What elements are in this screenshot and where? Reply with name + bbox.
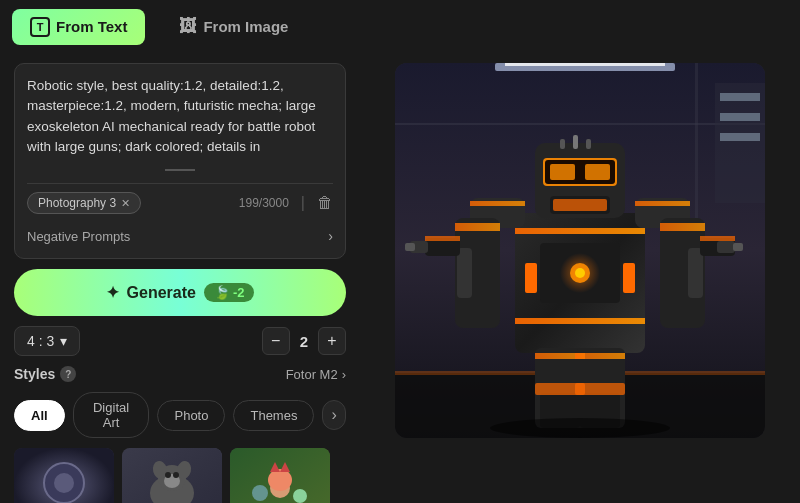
svg-rect-53 — [455, 223, 500, 231]
styles-label-text: Styles — [14, 366, 55, 382]
main-content: Robotic style, best quality:1.2, detaile… — [0, 53, 800, 503]
svg-point-12 — [252, 485, 268, 501]
tag-close-icon[interactable]: ✕ — [121, 197, 130, 210]
svg-rect-50 — [470, 201, 525, 206]
from-image-tab[interactable]: 🖼 From Image — [161, 8, 306, 45]
style-tab-themes[interactable]: Themes — [233, 400, 314, 431]
negative-prompts-row[interactable]: Negative Prompts › — [27, 222, 333, 246]
from-text-tab[interactable]: T From Text — [12, 9, 145, 45]
style-tab-digital-art[interactable]: Digital Art — [73, 392, 150, 438]
svg-rect-47 — [553, 199, 607, 211]
svg-point-15 — [268, 469, 292, 491]
svg-rect-45 — [586, 139, 591, 149]
svg-point-9 — [165, 472, 171, 478]
svg-point-2 — [54, 473, 74, 493]
svg-rect-64 — [733, 243, 743, 251]
svg-rect-43 — [560, 139, 565, 149]
tag-label: Photography 3 — [38, 196, 116, 210]
count-increase-button[interactable]: + — [318, 327, 346, 355]
svg-rect-54 — [457, 248, 472, 298]
svg-rect-63 — [717, 241, 735, 253]
style-tab-photo[interactable]: Photo — [157, 400, 225, 431]
robot-scene — [395, 63, 765, 438]
more-chevron-icon: › — [332, 406, 337, 424]
tab-digital-art-label: Digital Art — [93, 400, 129, 430]
fotor-link[interactable]: Fotor M2 › — [286, 367, 346, 382]
ratio-select[interactable]: 4 : 3 ▾ — [14, 326, 80, 356]
generated-image — [395, 63, 765, 438]
photography-tag[interactable]: Photography 3 ✕ — [27, 192, 141, 214]
svg-rect-41 — [550, 164, 575, 180]
svg-rect-51 — [635, 201, 690, 206]
style-tab-more-button[interactable]: › — [322, 400, 346, 430]
svg-rect-65 — [700, 236, 735, 241]
svg-rect-58 — [425, 236, 460, 241]
svg-rect-44 — [573, 135, 578, 149]
svg-rect-24 — [720, 93, 760, 101]
svg-point-14 — [293, 489, 307, 503]
controls-row: 4 : 3 ▾ − 2 + — [14, 326, 346, 356]
svg-rect-61 — [688, 248, 703, 298]
tab-themes-label: Themes — [250, 408, 297, 423]
ratio-chevron-icon: ▾ — [60, 333, 67, 349]
negative-prompts-label: Negative Prompts — [27, 229, 130, 244]
text-tab-icon: T — [30, 17, 50, 37]
svg-point-35 — [575, 268, 585, 278]
svg-rect-69 — [575, 353, 625, 359]
minus-icon: − — [271, 332, 280, 350]
sparkle-icon: ✦ — [106, 283, 119, 302]
style-thumb-dog[interactable] — [122, 448, 222, 503]
leaf-icon: 🍃 — [214, 285, 230, 300]
count-decrease-button[interactable]: − — [262, 327, 290, 355]
negative-prompts-chevron: › — [328, 228, 333, 244]
prompt-text[interactable]: Robotic style, best quality:1.2, detaile… — [27, 76, 333, 157]
style-tab-all[interactable]: All — [14, 400, 65, 431]
count-control: − 2 + — [262, 327, 346, 355]
credits-value: -2 — [233, 285, 245, 300]
svg-point-74 — [490, 418, 670, 438]
generate-badge: 🍃 -2 — [204, 283, 255, 302]
char-count: 199/3000 — [239, 196, 289, 210]
from-image-label: From Image — [203, 18, 288, 35]
prompt-tags-row: Photography 3 ✕ 199/3000 | 🗑 — [27, 183, 333, 214]
style-thumb-fox[interactable] — [230, 448, 330, 503]
plus-icon: + — [327, 332, 336, 350]
thumb-placeholder-dog — [122, 448, 222, 503]
image-tab-icon: 🖼 — [179, 16, 197, 37]
fotor-label: Fotor M2 — [286, 367, 338, 382]
style-tabs: All Digital Art Photo Themes › — [14, 392, 346, 438]
style-thumb-1[interactable] — [14, 448, 114, 503]
svg-rect-25 — [720, 113, 760, 121]
style-thumbnails — [14, 448, 346, 503]
svg-rect-30 — [515, 228, 645, 234]
right-panel — [360, 53, 800, 503]
svg-rect-26 — [720, 133, 760, 141]
thumb-placeholder-1 — [14, 448, 114, 503]
svg-rect-20 — [505, 63, 665, 66]
tab-all-label: All — [31, 408, 48, 423]
fotor-chevron-icon: › — [342, 367, 346, 382]
svg-rect-36 — [525, 263, 537, 293]
styles-label-group: Styles ? — [14, 366, 76, 382]
styles-header: Styles ? Fotor M2 › — [14, 366, 346, 382]
from-text-label: From Text — [56, 18, 127, 35]
count-value: 2 — [300, 333, 308, 350]
svg-point-10 — [173, 472, 179, 478]
prompt-box: Robotic style, best quality:1.2, detaile… — [14, 63, 346, 259]
header-tabs: T From Text 🖼 From Image — [0, 0, 800, 53]
separator — [165, 169, 195, 171]
left-panel: Robotic style, best quality:1.2, detaile… — [0, 53, 360, 503]
svg-rect-31 — [515, 318, 645, 324]
svg-rect-42 — [585, 164, 610, 180]
help-icon[interactable]: ? — [60, 366, 76, 382]
svg-rect-21 — [395, 123, 765, 125]
trash-icon[interactable]: 🗑 — [317, 194, 333, 212]
tab-photo-label: Photo — [174, 408, 208, 423]
svg-rect-73 — [575, 383, 625, 395]
svg-rect-57 — [405, 243, 415, 251]
generate-button[interactable]: ✦ Generate 🍃 -2 — [14, 269, 346, 316]
svg-rect-60 — [660, 223, 705, 231]
ratio-value: 4 : 3 — [27, 333, 54, 349]
svg-rect-37 — [623, 263, 635, 293]
generate-label: Generate — [127, 284, 196, 302]
